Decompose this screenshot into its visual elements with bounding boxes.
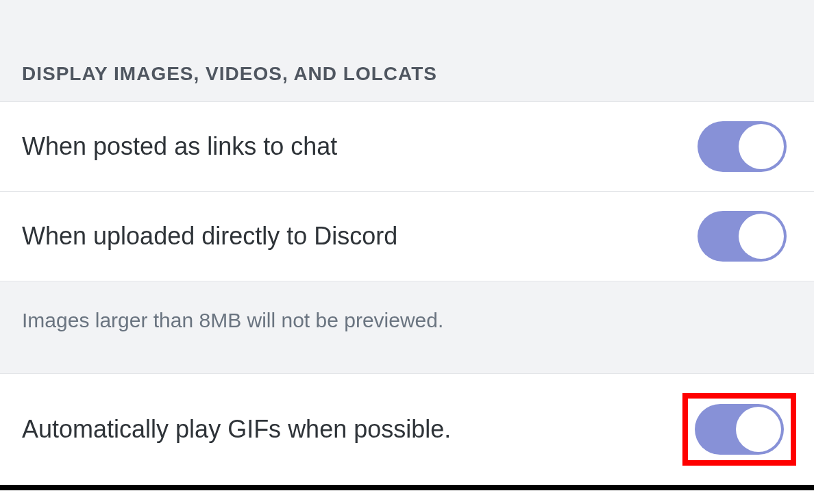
toggle-uploaded[interactable] bbox=[698, 211, 787, 262]
toggle-links[interactable] bbox=[698, 121, 787, 172]
setting-row-uploaded: When uploaded directly to Discord bbox=[0, 192, 814, 281]
toggle-knob bbox=[736, 407, 781, 452]
setting-row-autoplay-gifs: Automatically play GIFs when possible. bbox=[0, 374, 814, 485]
setting-label-autoplay-gifs: Automatically play GIFs when possible. bbox=[22, 414, 451, 446]
section-title: DISPLAY IMAGES, VIDEOS, AND LOLCATS bbox=[22, 63, 437, 84]
help-text: Images larger than 8MB will not be previ… bbox=[22, 309, 443, 331]
settings-panel: DISPLAY IMAGES, VIDEOS, AND LOLCATS When… bbox=[0, 0, 814, 504]
toggle-autoplay-gifs[interactable] bbox=[695, 404, 784, 455]
help-text-block: Images larger than 8MB will not be previ… bbox=[0, 281, 814, 374]
toggle-knob bbox=[739, 214, 784, 259]
setting-label-links: When posted as links to chat bbox=[22, 131, 337, 163]
section-header-display-media: DISPLAY IMAGES, VIDEOS, AND LOLCATS bbox=[0, 0, 814, 102]
toggle-knob bbox=[739, 124, 784, 169]
setting-label-uploaded: When uploaded directly to Discord bbox=[22, 220, 397, 253]
setting-row-links: When posted as links to chat bbox=[0, 102, 814, 192]
highlight-box bbox=[682, 393, 796, 466]
bottom-bar bbox=[0, 485, 814, 490]
